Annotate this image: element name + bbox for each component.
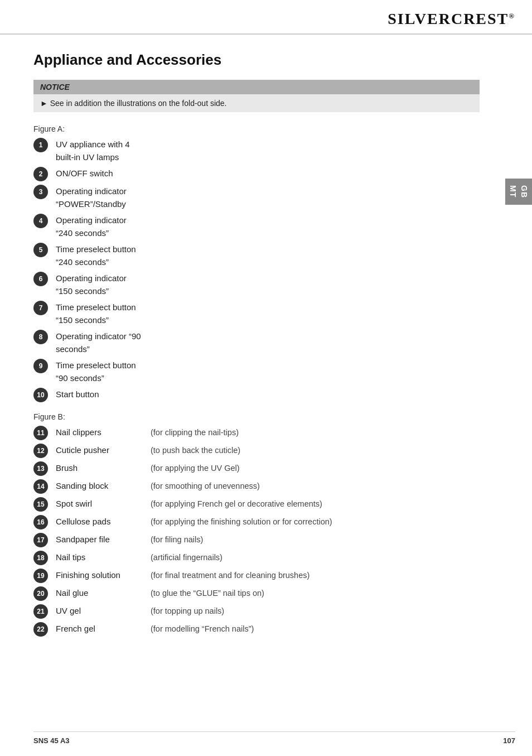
header: SILVERCREST® — [0, 0, 532, 35]
item-number: 8 — [33, 330, 48, 344]
item-label: Spot swirl — [56, 498, 151, 511]
list-item: 22 French gel (for modelling “French nai… — [33, 622, 480, 637]
list-item: 6 Operating indicator “150 seconds” — [33, 272, 480, 297]
page-number: 107 — [503, 736, 515, 745]
list-item: 11 Nail clippers (for clipping the nail-… — [33, 426, 480, 440]
notice-box: NOTICE See in addition the illustrations… — [33, 80, 480, 112]
item-label: French gel — [56, 623, 151, 635]
list-item: 5 Time preselect button “240 seconds” — [33, 243, 480, 268]
item-label: Sanding block — [56, 480, 151, 493]
item-number: 18 — [33, 551, 48, 565]
item-label: ON/OFF switch — [56, 167, 145, 180]
item-number: 7 — [33, 301, 48, 315]
page-title: Appliance and Accessories — [33, 51, 480, 69]
item-description: (for applying French gel or decorative e… — [151, 498, 322, 511]
lang-mt: MT — [509, 185, 518, 198]
list-item: 4 Operating indicator “240 seconds” — [33, 214, 480, 239]
figure-b-list: 11 Nail clippers (for clipping the nail-… — [33, 426, 480, 637]
item-label: Finishing solution — [56, 569, 151, 582]
item-number: 11 — [33, 426, 48, 440]
item-description: (for modelling “French nails”) — [151, 623, 254, 635]
item-description: (for applying the finishing solution or … — [151, 516, 332, 528]
list-item: 9 Time preselect button “90 seconds” — [33, 359, 480, 384]
list-item: 7 Time preselect button “150 seconds” — [33, 301, 480, 326]
item-label: UV appliance with 4 built-in UV lamps — [56, 138, 145, 163]
item-label: Nail tips — [56, 551, 151, 564]
item-number: 20 — [33, 586, 48, 601]
item-label: Operating indicator “90 seconds” — [56, 330, 145, 355]
item-number: 6 — [33, 272, 48, 286]
item-description: (artificial fingernails) — [151, 552, 223, 564]
item-number: 15 — [33, 497, 48, 512]
list-item: 1 UV appliance with 4 built-in UV lamps — [33, 138, 480, 163]
item-number: 2 — [33, 167, 48, 181]
item-description: (for filing nails) — [151, 534, 203, 546]
item-number: 14 — [33, 479, 48, 494]
list-item: 16 Cellulose pads (for applying the fini… — [33, 515, 480, 529]
item-label: Brush — [56, 462, 151, 475]
list-item: 17 Sandpaper file (for filing nails) — [33, 533, 480, 547]
list-item: 14 Sanding block (for smoothing of uneve… — [33, 479, 480, 494]
list-item: 12 Cuticle pusher (to push back the cuti… — [33, 444, 480, 458]
list-item: 20 Nail glue (to glue the “GLUE” nail ti… — [33, 586, 480, 601]
footer: SNS 45 A3 107 — [33, 731, 515, 745]
item-number: 13 — [33, 461, 48, 476]
item-description: (for final treatment and for cleaning br… — [151, 570, 309, 582]
item-label: Nail glue — [56, 587, 151, 600]
list-item: 19 Finishing solution (for final treatme… — [33, 569, 480, 583]
item-label: Sandpaper file — [56, 533, 151, 546]
figure-a-list: 1 UV appliance with 4 built-in UV lamps … — [33, 138, 480, 402]
brand-logo: SILVERCREST® — [388, 10, 515, 27]
item-description: (to glue the “GLUE” nail tips on) — [151, 588, 264, 600]
model-number: SNS 45 A3 — [33, 736, 70, 745]
list-item: 8 Operating indicator “90 seconds” — [33, 330, 480, 355]
item-number: 10 — [33, 388, 48, 402]
item-label: Time preselect button “240 seconds” — [56, 243, 145, 268]
main-content: Appliance and Accessories NOTICE See in … — [0, 35, 502, 668]
brand-text: SILVERCREST — [388, 10, 509, 27]
item-number: 4 — [33, 214, 48, 228]
item-number: 12 — [33, 444, 48, 458]
notice-body: See in addition the illustrations on the… — [33, 94, 480, 112]
trademark: ® — [509, 12, 515, 20]
list-item: 13 Brush (for applying the UV Gel) — [33, 461, 480, 476]
item-description: (for smoothing of unevenness) — [151, 480, 260, 493]
item-number: 5 — [33, 243, 48, 257]
item-number: 1 — [33, 138, 48, 152]
item-number: 22 — [33, 622, 48, 637]
item-number: 21 — [33, 604, 48, 619]
list-item: 15 Spot swirl (for applying French gel o… — [33, 497, 480, 512]
item-description: (for topping up nails) — [151, 605, 224, 618]
item-label: Time preselect button “90 seconds” — [56, 359, 145, 384]
figure-b-label: Figure B: — [33, 412, 480, 421]
list-item: 3 Operating indicator “POWER”/Standby — [33, 185, 480, 210]
lang-gb: GB — [520, 185, 529, 198]
item-label: Cuticle pusher — [56, 444, 151, 457]
list-item: 18 Nail tips (artificial fingernails) — [33, 551, 480, 565]
item-label: Operating indicator “POWER”/Standby — [56, 185, 145, 210]
item-label: Cellulose pads — [56, 516, 151, 528]
item-description: (to push back the cuticle) — [151, 445, 240, 457]
item-label: Time preselect button “150 seconds” — [56, 301, 145, 326]
item-label: Nail clippers — [56, 426, 151, 439]
notice-header: NOTICE — [33, 80, 480, 94]
item-label: Operating indicator “240 seconds” — [56, 214, 145, 239]
item-number: 19 — [33, 569, 48, 583]
item-label: UV gel — [56, 605, 151, 618]
item-number: 17 — [33, 533, 48, 547]
language-tab: GB MT — [505, 179, 532, 205]
item-label: Operating indicator “150 seconds” — [56, 272, 145, 297]
figure-a-label: Figure A: — [33, 124, 480, 133]
list-item: 21 UV gel (for topping up nails) — [33, 604, 480, 619]
item-description: (for clipping the nail-tips) — [151, 427, 239, 439]
item-number: 3 — [33, 185, 48, 199]
list-item: 2 ON/OFF switch — [33, 167, 480, 181]
item-description: (for applying the UV Gel) — [151, 463, 240, 475]
list-item: 10 Start button — [33, 388, 480, 402]
item-label: Start button — [56, 388, 145, 401]
item-number: 9 — [33, 359, 48, 373]
item-number: 16 — [33, 515, 48, 529]
